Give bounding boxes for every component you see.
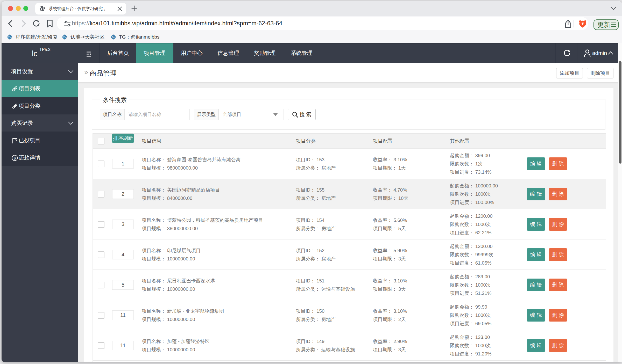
svg-text:$: $ <box>14 156 16 160</box>
